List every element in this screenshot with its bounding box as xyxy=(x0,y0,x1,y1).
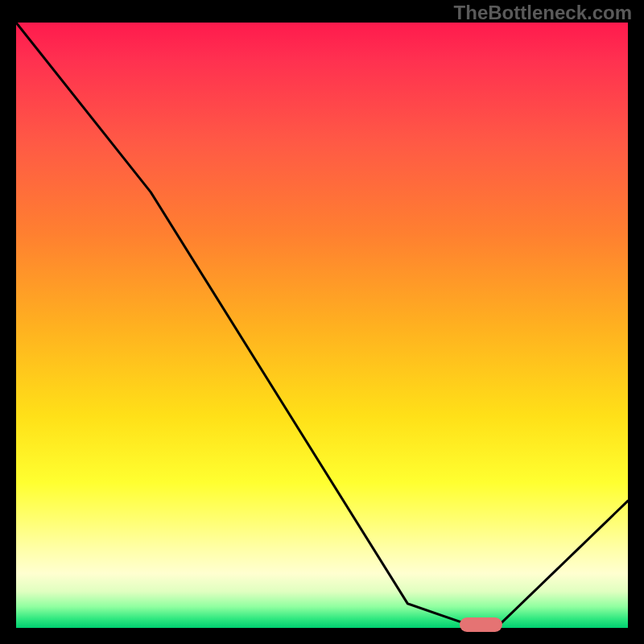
optimal-marker xyxy=(460,617,502,632)
watermark-text: TheBottleneck.com xyxy=(454,2,632,24)
chart-plot-area xyxy=(16,23,628,628)
chart-curve xyxy=(16,23,628,628)
